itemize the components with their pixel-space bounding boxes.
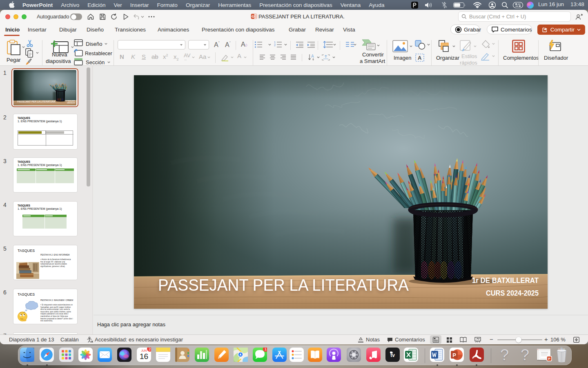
- svg-text:A: A: [418, 55, 422, 61]
- svg-text:P: P: [452, 352, 456, 358]
- svg-text:A: A: [311, 54, 314, 58]
- svg-text:2: 2: [274, 44, 276, 47]
- svg-text:P: P: [548, 357, 550, 361]
- svg-text:1: 1: [265, 348, 267, 351]
- svg-text:16: 16: [140, 352, 148, 361]
- svg-text:2: 2: [149, 348, 151, 351]
- svg-text:JUN: JUN: [141, 349, 147, 352]
- svg-text:1: 1: [274, 41, 276, 44]
